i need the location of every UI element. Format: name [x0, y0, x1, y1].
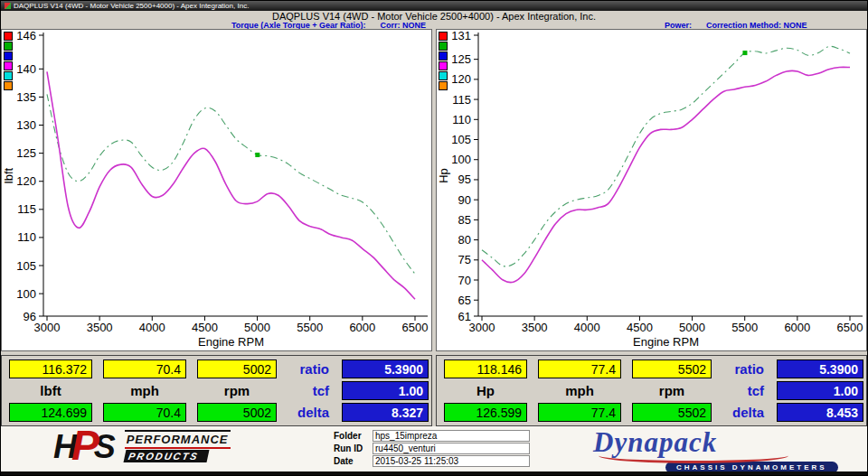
tcf-value: 1.00 — [777, 381, 863, 400]
legend-swatch[interactable] — [439, 61, 448, 70]
legend-swatch[interactable] — [4, 81, 13, 90]
dynapack-logo: Dynapack CHASSIS DYNAMOMETERS — [593, 428, 855, 473]
legend-swatch[interactable] — [4, 51, 13, 61]
svg-text:6500: 6500 — [402, 321, 429, 334]
channel-legend — [4, 32, 13, 90]
legend-swatch[interactable] — [4, 42, 13, 51]
legend-swatch[interactable] — [4, 61, 13, 70]
torque-value-panel: 116.372 70.4 5002 ratio 5.3900 lbft mph … — [1, 355, 432, 426]
power-chart-panel[interactable]: 6165707580859095100105110115120125131300… — [436, 29, 867, 351]
svg-text:5500: 5500 — [297, 321, 323, 334]
rpm-value-corrected: 5502 — [632, 403, 712, 422]
svg-text:125: 125 — [451, 52, 471, 66]
window-title: DAQPLUS V14 (4WD - Motor Vehicle 2500+40… — [14, 1, 249, 11]
rpm-value-corrected: 5002 — [197, 403, 277, 422]
measured-torque-curve — [47, 71, 415, 299]
channel-legend — [439, 32, 448, 90]
legend-swatch[interactable] — [439, 51, 448, 61]
measured-power-curve — [482, 67, 850, 282]
hps-logo-text: PERFORMANCE PRODUCTS — [125, 431, 231, 463]
svg-text:lbft: lbft — [2, 167, 15, 183]
tcf-value: 1.00 — [342, 381, 429, 400]
info-row: Torque (Axle Torque + Gear Ratio): Corr:… — [1, 22, 867, 29]
torque-unit-label: lbft — [9, 381, 92, 400]
rpm-value: 5502 — [632, 359, 712, 378]
svg-text:120: 120 — [16, 174, 36, 188]
svg-text:75: 75 — [458, 253, 471, 266]
folder-field[interactable] — [373, 430, 530, 442]
app-icon — [5, 3, 11, 9]
ratio-value: 5.3900 — [777, 359, 863, 378]
hps-logo-letter: P — [71, 427, 99, 463]
window-titlebar[interactable]: DAQPLUS V14 (4WD - Motor Vehicle 2500+40… — [1, 1, 867, 11]
cursor-marker — [255, 153, 259, 157]
rpm-value: 5002 — [197, 359, 277, 378]
svg-text:131: 131 — [451, 30, 471, 42]
speed-unit-label: mph — [103, 381, 186, 400]
svg-text:6000: 6000 — [784, 321, 810, 334]
power-info-label: Power: — [665, 22, 692, 29]
svg-text:4500: 4500 — [192, 321, 218, 334]
power-corrected-value: 126.599 — [444, 403, 527, 422]
hps-products-text: PRODUCTS — [123, 450, 209, 462]
svg-text:100: 100 — [451, 153, 471, 166]
legend-swatch[interactable] — [439, 81, 448, 90]
power-chart[interactable]: 6165707580859095100105110115120125131300… — [437, 30, 866, 350]
svg-text:Engine RPM: Engine RPM — [633, 335, 699, 349]
ratio-value: 5.3900 — [342, 359, 429, 378]
legend-swatch[interactable] — [439, 32, 448, 41]
torque-correction-status: Corr: NONE — [380, 22, 426, 29]
legend-swatch[interactable] — [439, 71, 448, 80]
delta-value: 8.453 — [777, 403, 863, 422]
bottom-edge-bar — [1, 471, 867, 476]
legend-swatch[interactable] — [439, 42, 448, 51]
folder-label: Folder — [334, 431, 368, 441]
torque-chart[interactable]: 9610010511011512012513013514014630003500… — [2, 30, 431, 350]
svg-text:105: 105 — [451, 133, 471, 146]
svg-text:140: 140 — [16, 62, 36, 76]
svg-text:100: 100 — [16, 287, 36, 301]
svg-text:6500: 6500 — [837, 321, 863, 334]
delta-value: 8.327 — [342, 403, 429, 422]
svg-text:3500: 3500 — [87, 321, 113, 334]
svg-text:115: 115 — [17, 202, 36, 216]
footer: H P S PERFORMANCE PRODUCTS Folder Run ID… — [1, 426, 867, 471]
svg-text:125: 125 — [16, 146, 36, 160]
date-field[interactable] — [373, 455, 530, 467]
ratio-label: ratio — [722, 359, 766, 378]
torque-chart-panel[interactable]: 9610010511011512012513013514014630003500… — [1, 29, 432, 351]
power-info: Power: Correction Method: NONE — [434, 22, 867, 29]
delta-label: delta — [288, 403, 331, 422]
date-label: Date — [334, 456, 368, 466]
speed-value: 70.4 — [103, 359, 186, 378]
svg-text:5000: 5000 — [679, 321, 705, 334]
power-measured-value: 118.146 — [444, 359, 527, 378]
app-window: DAQPLUS V14 (4WD - Motor Vehicle 2500+40… — [0, 0, 868, 476]
svg-text:4000: 4000 — [139, 321, 165, 334]
svg-text:90: 90 — [458, 193, 471, 207]
svg-text:6000: 6000 — [349, 321, 375, 334]
dynapack-logo-swoosh — [599, 448, 788, 463]
svg-text:3000: 3000 — [469, 321, 495, 334]
svg-text:95: 95 — [458, 173, 471, 186]
svg-text:5000: 5000 — [244, 321, 270, 334]
power-value-panel: 118.146 77.4 5502 ratio 5.3900 Hp mph rp… — [436, 355, 867, 426]
run-id-field[interactable] — [373, 443, 530, 454]
speed-value-corrected: 77.4 — [538, 403, 621, 422]
torque-measured-value: 116.372 — [9, 359, 92, 378]
svg-text:4500: 4500 — [627, 321, 653, 334]
hps-logo: H P S PERFORMANCE PRODUCTS — [53, 429, 231, 465]
legend-swatch[interactable] — [4, 32, 13, 41]
corrected-power-curve — [482, 46, 850, 266]
hps-performance-text: PERFORMANCE — [125, 430, 231, 449]
ratio-label: ratio — [288, 359, 331, 378]
svg-text:110: 110 — [17, 230, 36, 244]
svg-text:5500: 5500 — [731, 321, 758, 334]
legend-swatch[interactable] — [4, 71, 13, 80]
tcf-label: tcf — [722, 381, 766, 400]
svg-text:80: 80 — [458, 233, 471, 247]
svg-text:3500: 3500 — [522, 321, 548, 334]
power-unit-label: Hp — [444, 381, 527, 400]
svg-text:Engine RPM: Engine RPM — [198, 335, 264, 349]
svg-text:130: 130 — [16, 118, 36, 132]
